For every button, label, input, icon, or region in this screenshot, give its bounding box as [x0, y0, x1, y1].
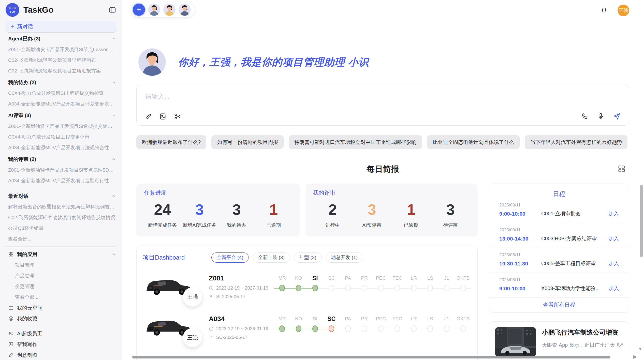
sidebar-group-header-my-review[interactable]: 我的评审 (2) — [6, 154, 116, 165]
sidebar-item[interactable]: C02-飞腾新能源轻客改款项目里程碑画布 — [6, 55, 116, 66]
sidebar-item-favorites[interactable]: 我的收藏 — [6, 313, 116, 324]
brand-row: Task Go TaskGo — [6, 3, 116, 17]
sidebar-item[interactable]: C0X4-动力总成开发项目SI里程碑提交物检查 — [6, 88, 116, 99]
milestone-node — [329, 285, 334, 291]
stat-label: AI预评审 — [352, 222, 391, 229]
project-date-range: 2023-12-19 ~ 2027-01-19 — [209, 286, 270, 291]
filter-pill-new-platform[interactable]: 全新平台 (4) — [211, 252, 249, 263]
join-link[interactable]: 加入 — [609, 235, 619, 242]
sidebar-item[interactable]: A034-全新新能源MUV产品开发项目造型可行性评审 — [6, 175, 116, 186]
vertical-scrollbar[interactable] — [640, 185, 643, 257]
milestone-label: SC — [328, 275, 335, 282]
stat-review-overdue: 1 已逾期 — [391, 198, 431, 229]
topbar-right: 王强 — [600, 5, 629, 16]
chevron-up-icon[interactable] — [111, 113, 116, 118]
scroll-right-arrow-icon[interactable]: ▶ — [633, 354, 637, 359]
milestone-label: PA — [345, 275, 351, 282]
recent-chat-item[interactable]: C02-飞腾新能源轻客改款项目的闭环通告反馈情况 — [6, 212, 116, 223]
sidebar-item[interactable]: C02-飞腾新能源轻客改款项目立项汇报方案 — [6, 66, 116, 76]
attachment-icon[interactable] — [144, 113, 152, 120]
image-upload-icon[interactable] — [159, 113, 167, 120]
filter-pill-powertrain[interactable]: 动总开发 (1) — [326, 252, 363, 263]
sidebar-item[interactable]: Z001-全新燃油轻卡产品开发项目SI造型提交物评审 — [6, 121, 116, 132]
member-avatar-3[interactable] — [179, 4, 191, 16]
horizontal-scrollbar[interactable] — [132, 356, 610, 358]
add-member-button[interactable]: + — [133, 4, 145, 16]
chevron-up-icon[interactable] — [111, 252, 116, 257]
sidebar-item-cloud-space[interactable]: 我的云空间 — [6, 303, 116, 313]
recent-chat-item[interactable]: 解释最新出台的欧盟报废车法规再生塑料比例被调至15%... — [6, 202, 116, 212]
news-snippet: 天眼查 App 显示，近日广州汇天飞行汽... — [542, 342, 623, 349]
sidebar-item-creative-draw[interactable]: 创意制图 — [6, 350, 116, 360]
app-item-project-mgmt[interactable]: 项目管理 — [6, 260, 116, 271]
milestone-label: MR — [279, 315, 286, 322]
suggestion-chip[interactable]: 当下年轻人对汽车外观有怎样的喜好趋势 — [525, 135, 627, 149]
member-avatar-1[interactable] — [148, 4, 160, 16]
chevron-up-icon[interactable] — [111, 193, 116, 199]
sidebar-group-header-agent-done[interactable]: Agent已办 (3) — [6, 33, 116, 44]
user-avatar[interactable]: 王强 — [618, 5, 629, 16]
join-link[interactable]: 加入 — [609, 260, 619, 267]
group-title: 最近对话 — [8, 193, 28, 200]
sidebar-item[interactable]: C0X4-动力总成开发项目工程变更评审 — [6, 132, 116, 142]
project-owner-badge: 王强 — [183, 287, 202, 307]
chat-input[interactable] — [145, 93, 478, 100]
chevron-up-icon[interactable] — [111, 80, 116, 85]
suggestion-chip[interactable]: 如何写一份清晰的项目周报 — [211, 135, 284, 149]
chevron-up-icon[interactable] — [111, 36, 116, 41]
member-avatar-2[interactable] — [163, 4, 175, 16]
project-date-range: 2023-12-19 ~ 2026-01-19 — [209, 326, 270, 332]
new-chat-button[interactable]: + 新对话 — [6, 21, 116, 33]
news-card[interactable]: 小鹏飞行汽车制造公司增资 天眼查 App 显示，近日广州汇天飞行汽... — [489, 321, 629, 360]
sidebar-item[interactable]: Z001-全新燃油轻卡产品开发项目SI节点属性5D文件评审 — [6, 165, 116, 175]
sidebar-group-header-recent[interactable]: 最近对话 — [6, 190, 116, 202]
sidebar-item-write-helper[interactable]: 帮我写作 — [6, 339, 116, 350]
send-icon[interactable] — [613, 112, 621, 120]
suggestion-chip[interactable]: 欧洲新规最近颁布了什么? — [136, 135, 206, 149]
microphone-icon[interactable] — [597, 112, 605, 120]
suggestion-chip[interactable]: 特朗普可能对进口汽车增税会对中国车企造成哪些影响 — [289, 135, 422, 149]
milestone-node-done — [312, 325, 318, 332]
sidebar-item-label: AI超级员工 — [17, 330, 42, 337]
chevron-up-icon[interactable] — [111, 157, 116, 162]
view-all-schedule-link[interactable]: 查看所有日程 — [489, 301, 629, 308]
milestone-node-done — [279, 285, 285, 291]
stats-row: 任务进度 24 新增完成任务 3 新增AI完成任务 3 我的待办 — [136, 184, 478, 236]
project-row-a034[interactable]: 王强 A034 2023-12-19 ~ 2026-01-19 SC-2025-… — [143, 311, 471, 344]
scroll-down-arrow-icon[interactable]: ▼ — [638, 346, 642, 352]
phone-call-icon[interactable] — [581, 112, 589, 120]
divider — [6, 188, 116, 188]
sidebar-item[interactable]: Z001-全新燃油皮卡产品开发项目SI节点Lesson Learn报告 — [6, 44, 116, 55]
sidebar-group-header-my-apps[interactable]: 我的应用 — [6, 249, 116, 260]
apps-view-all[interactable]: 查看全部... — [6, 292, 116, 303]
sidebar-group-header-my-todo[interactable]: 我的待办 (2) — [6, 77, 116, 88]
flag-icon — [209, 294, 214, 299]
join-link[interactable]: 加入 — [609, 285, 619, 292]
sidebar-item-label: 我的收藏 — [17, 315, 37, 322]
suggestion-chip[interactable]: 比亚迪全固态电池计划具体说了什么 — [427, 135, 520, 149]
app-item-change-mgmt[interactable]: 变更管理 — [6, 281, 116, 292]
group-title: AI评审 (3) — [8, 112, 31, 119]
recent-chat-item[interactable]: 公司Q3轻卡销量 — [6, 223, 116, 234]
app-item-product-mgmt[interactable]: 产品管理 — [6, 271, 116, 281]
join-link[interactable]: 加入 — [609, 210, 619, 217]
layout-grid-icon[interactable] — [618, 165, 626, 173]
milestone-label: LR — [411, 275, 417, 282]
sidebar-item[interactable]: A034-全新新能源MUV产品开发项目法规符合性评审 — [6, 142, 116, 153]
news-title: 小鹏飞行汽车制造公司增资 — [542, 328, 623, 337]
sidebar-group-header-ai-review[interactable]: AI评审 (3) — [6, 110, 116, 121]
sidebar-collapse-icon[interactable] — [109, 6, 116, 14]
project-row-z001[interactable]: 王强 Z001 2023-12-19 ~ 2027-01-19 SI-2025-… — [143, 270, 471, 303]
filter-pill-new-body[interactable]: 全新上装 (3) — [253, 252, 290, 263]
milestone-timeline: MR KO SI SC PA PR PEC FEC LR LS J1 OKTB — [274, 315, 471, 340]
recent-view-all[interactable]: 查看全部... — [6, 234, 116, 244]
project-milestone-date: SC-2025-05-17 — [209, 335, 270, 340]
scissors-icon[interactable] — [174, 113, 181, 120]
sidebar-item-ai-staff[interactable]: AI超级员工 — [6, 328, 116, 339]
divider — [6, 326, 116, 326]
sidebar: Task Go TaskGo + 新对话 Agent已办 (3) Z001-全新… — [0, 0, 122, 360]
milestone-node — [460, 325, 466, 332]
notification-bell-icon[interactable] — [600, 7, 608, 14]
sidebar-item[interactable]: A034-全新新能源MUV产品开发项目计划变更表编写 — [6, 99, 116, 109]
filter-pill-year-model[interactable]: 年型 (2) — [294, 252, 322, 263]
